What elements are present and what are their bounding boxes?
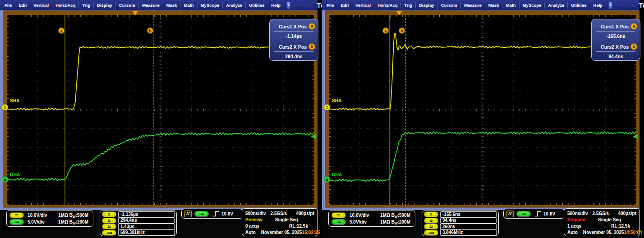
trigger-source-label: A' (184, 211, 192, 217)
menu-item-edit[interactable]: Edit (337, 2, 352, 9)
curs1-value: -165.6ns (592, 33, 640, 40)
readout-rows: t1-165.6nst294.4nsΔt260ns1/Δt3.846MHz (424, 211, 497, 236)
curs1-label: Curs1 X Pos (601, 24, 629, 29)
curs1-label: Curs1 X Pos (279, 24, 307, 29)
cursor-measurement-box[interactable]: t1-165.6nst294.4nsΔt260ns1/Δt3.846MHz (422, 210, 499, 236)
menu-item-edit[interactable]: Edit (15, 2, 30, 9)
channel-badge: C4 (331, 219, 346, 225)
menu-item-vertical[interactable]: Vertical (30, 2, 52, 9)
menu-bar: FileEditVerticalHoriz/AcqTrigDisplayCurs… (322, 0, 639, 10)
channel-row[interactable]: C45.0V/div1MΩ BW:200M (9, 219, 90, 225)
channel-row[interactable]: C45.0V/div1MΩ BW:200M (331, 219, 412, 225)
cursor-a-badge: a (308, 23, 315, 30)
menu-item-help[interactable]: Help (590, 2, 607, 9)
cursor-measurement-box[interactable]: t1-1.136µst2294.4nsΔt1.43µs1/Δt699.301kH… (100, 210, 177, 236)
tek-logo: Tek (317, 1, 322, 9)
menu-item-measure[interactable]: Measure (139, 2, 163, 9)
menu-dropdown-button[interactable]: ▼ (608, 1, 612, 9)
menu-item-display[interactable]: Display (94, 2, 116, 9)
menu-item-cursors[interactable]: Cursors (438, 2, 461, 9)
menu-item-cursors[interactable]: Cursors (116, 2, 139, 9)
trigger-mode: Auto (567, 230, 578, 235)
menu-item-utilities[interactable]: Utilities (246, 2, 268, 9)
measurement-row: t1-1.136µs (102, 211, 175, 217)
menu-item-myscope[interactable]: MyScope (198, 2, 223, 9)
menu-item-mask[interactable]: Mask (163, 2, 181, 9)
cursor-readout-panel[interactable]: Curs1 X Posa -165.6ns Curs2 X Posb 94.4n… (591, 19, 640, 61)
menu-item-help[interactable]: Help (268, 2, 285, 9)
channel-badge: C4 (9, 219, 24, 225)
menu-item-mask[interactable]: Mask (485, 2, 503, 9)
acq-count: 0 acqs (245, 224, 259, 229)
menu-item-math[interactable]: Math (180, 2, 197, 9)
ch1-trace-label: SHA (10, 98, 19, 103)
channel-settings-box[interactable]: C110.0V/div1MΩ BW:500MC45.0V/div1MΩ BW:2… (328, 210, 415, 227)
channel-row[interactable]: C110.0V/div1MΩ BW:500M (9, 212, 90, 219)
ch4-trace-label: GHA (332, 172, 342, 177)
channel-row[interactable]: C110.0V/div1MΩ BW:500M (331, 212, 412, 219)
measurement-badge: t1 (424, 211, 438, 217)
menu-item-math[interactable]: Math (502, 2, 519, 9)
date-readout: November 05, 2025 (261, 230, 302, 235)
channel-badge: C1 (9, 212, 24, 218)
menu-item-utilities[interactable]: Utilities (568, 2, 590, 9)
channel-rows: C110.0V/div1MΩ BW:500MC45.0V/div1MΩ BW:2… (9, 212, 90, 225)
menu-item-trig[interactable]: Trig (401, 2, 415, 9)
menu-item-trig[interactable]: Trig (79, 2, 93, 9)
channel-scale: 5.0V/div (28, 220, 45, 224)
channel-impedance-bw: 1MΩ BW:200M (58, 220, 88, 225)
horizontal-acquisition-box[interactable]: 500ns/div 2.5GS/s 400ps/pt Preview Singl… (242, 208, 318, 236)
measurement-value: 699.301kHz (118, 229, 175, 236)
menu-item-horiz-acq[interactable]: Horiz/Acq (374, 2, 401, 9)
horizontal-acquisition-box[interactable]: 500ns/div 2.5GS/s 400ps/pt Stopped Singl… (564, 208, 640, 236)
trigger-settings-box[interactable]: A' C4 10.8V (181, 209, 243, 219)
measurement-badge: t2 (424, 218, 438, 224)
cursor-a-marker: a (59, 28, 64, 34)
measurement-value: 1.43µs (118, 224, 175, 230)
menu-item-analyze[interactable]: Analyze (223, 2, 246, 9)
svg-text:4: 4 (326, 178, 328, 182)
ch4-position-marker: 4 (2, 176, 8, 183)
acq-count: 1 acqs (567, 224, 581, 229)
trigger-level-value: 10.8V (221, 211, 233, 216)
menu-item-vertical[interactable]: Vertical (352, 2, 374, 9)
oscilloscope-window-left: ab14 FileEditVerticalHoriz/AcqTrigDispla… (0, 0, 322, 238)
sample-rate-value: 2.5GS/s (271, 211, 287, 216)
menu-item-measure[interactable]: Measure (461, 2, 485, 9)
menu-item-display[interactable]: Display (416, 2, 438, 9)
menu-item-file[interactable]: File (323, 2, 337, 9)
svg-text:b: b (149, 29, 152, 33)
menu-item-horiz-acq[interactable]: Horiz/Acq (52, 2, 79, 9)
channel-badge: C1 (331, 212, 346, 218)
curs2-value: 294.4ns (270, 54, 318, 60)
menu-item-myscope[interactable]: MyScope (520, 2, 545, 9)
measurement-value: 294.4ns (118, 217, 175, 224)
cursor-a-badge: a (630, 23, 637, 30)
cursor-readout-panel[interactable]: Curs1 X Posa -1.14µs Curs2 X Posb 294.4n… (269, 19, 318, 61)
measurement-badge: t1 (102, 211, 116, 217)
menu-item-analyze[interactable]: Analyze (545, 2, 568, 9)
channel-settings-box[interactable]: C110.0V/div1MΩ BW:500MC45.0V/div1MΩ BW:2… (6, 210, 93, 227)
menu-item-file[interactable]: File (1, 2, 15, 9)
measurement-value: 260ns (440, 224, 497, 230)
cursor-b-badge: b (630, 43, 637, 50)
measurement-badge: 1/Δt (102, 230, 116, 236)
measurement-row: t2294.4ns (102, 218, 175, 224)
trigger-settings-box[interactable]: A' C4 10.8V (503, 209, 565, 219)
ch4-position-marker: 4 (324, 176, 330, 183)
menu-bar: FileEditVerticalHoriz/AcqTrigDisplayCurs… (0, 0, 317, 10)
menu-dropdown-button[interactable]: ▼ (286, 1, 290, 9)
ch1-trace-label: SHA (332, 98, 341, 103)
measurement-row: 1/Δt3.846MHz (424, 230, 497, 236)
rising-edge-icon (535, 211, 541, 217)
svg-text:4: 4 (4, 178, 6, 182)
trigger-level-value: 10.8V (543, 211, 555, 216)
measurement-row: Δt260ns (424, 224, 497, 229)
svg-text:b: b (400, 29, 403, 33)
curs2-value: 94.4ns (592, 54, 640, 60)
acq-mode: Single Seq (275, 217, 298, 222)
rising-edge-icon (213, 211, 219, 217)
record-length: RL:12.5k (611, 224, 630, 229)
measurement-row: t1-165.6ns (424, 211, 497, 217)
channel-scale: 5.0V/div (350, 220, 367, 224)
